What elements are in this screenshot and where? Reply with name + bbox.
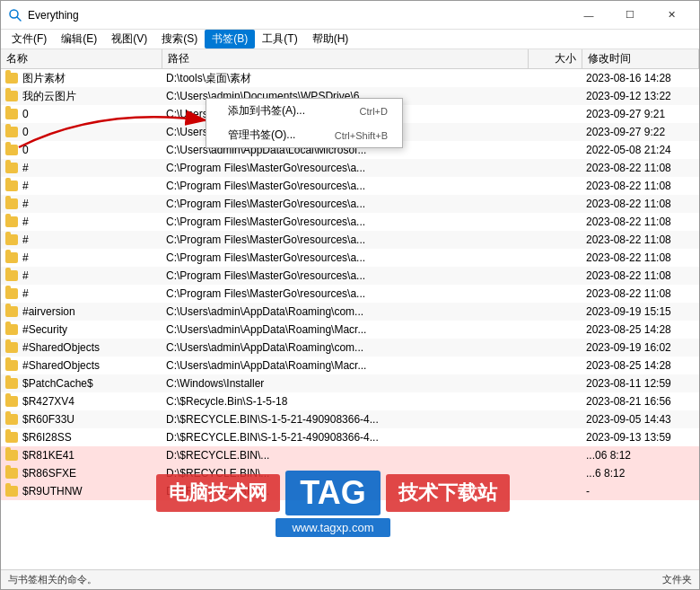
file-size-cell (529, 159, 582, 177)
file-name-cell: # (1, 195, 162, 213)
menu-bookmarks[interactable]: 书签(B) (205, 30, 255, 48)
table-row[interactable]: #C:\Program Files\MasterGo\resources\a..… (1, 249, 699, 267)
folder-icon (4, 466, 19, 480)
file-name-cell: # (1, 213, 162, 231)
table-row[interactable]: #C:\Program Files\MasterGo\resources\a..… (1, 267, 699, 285)
file-date-cell: 2023-08-22 11:08 (582, 267, 699, 285)
col-header-date[interactable]: 修改时间 (582, 49, 699, 68)
file-name-cell: # (1, 231, 162, 249)
file-date-cell: 2023-08-22 11:08 (582, 231, 699, 249)
maximize-button[interactable]: ☐ (609, 1, 651, 30)
table-row[interactable]: $PatchCache$C:\Windows\Installer2023-08-… (1, 374, 699, 392)
folder-icon (4, 286, 19, 301)
file-date-cell: 2023-09-27 9:22 (582, 123, 699, 141)
file-name-cell: 我的云图片 (1, 87, 162, 105)
folder-icon (4, 412, 19, 427)
menu-bar: 文件(F) 编辑(E) 视图(V) 搜索(S) 书签(B) 工具(T) 帮助(H… (1, 30, 699, 49)
file-name-cell: #Security (1, 321, 162, 339)
file-date-cell: ...6 8:12 (582, 464, 699, 482)
file-date-cell: 2023-08-21 16:56 (582, 392, 699, 410)
folder-icon (4, 430, 19, 445)
file-date-cell: 2023-09-19 16:02 (582, 339, 699, 357)
file-name-cell: #SharedObjects (1, 357, 162, 374)
file-date-cell: 2023-08-16 14:28 (582, 69, 699, 87)
status-right: 文件夹 (662, 573, 692, 586)
table-row[interactable]: $R427XV4C:\$Recycle.Bin\S-1-5-182023-08-… (1, 392, 699, 410)
menu-tools[interactable]: 工具(T) (255, 30, 304, 48)
file-date-cell: 2023-08-22 11:08 (582, 159, 699, 177)
table-row[interactable]: #airversionC:\Users\admin\AppData\Roamin… (1, 303, 699, 321)
table-row[interactable]: #C:\Program Files\MasterGo\resources\a..… (1, 285, 699, 303)
file-date-cell: ...06 8:12 (582, 446, 699, 464)
table-row[interactable]: #C:\Program Files\MasterGo\resources\a..… (1, 213, 699, 231)
table-row[interactable]: $R86SFXED:\$RECYCLE.BIN\......6 8:12 (1, 464, 699, 482)
file-name-cell: #airversion (1, 303, 162, 321)
file-size-cell (529, 195, 582, 213)
close-button[interactable]: ✕ (651, 1, 692, 30)
file-path-cell: C:\Users\admin\AppData\Roaming\Macr... (162, 357, 529, 374)
file-path-cell: C:\$Recycle.Bin\S-1-5-18 (162, 392, 529, 410)
folder-icon (4, 358, 19, 373)
table-row[interactable]: $R60F33UD:\$RECYCLE.BIN\S-1-5-21-4909083… (1, 410, 699, 428)
title-bar: Everything — ☐ ✕ (1, 1, 699, 30)
file-date-cell: 2023-09-13 13:59 (582, 428, 699, 446)
folder-icon (4, 89, 19, 103)
table-row[interactable]: #C:\Program Files\MasterGo\resources\a..… (1, 159, 699, 177)
folder-icon (4, 197, 19, 211)
file-size-cell (529, 374, 582, 392)
table-row[interactable]: #C:\Program Files\MasterGo\resources\a..… (1, 195, 699, 213)
file-date-cell: 2023-08-22 11:08 (582, 249, 699, 267)
file-name-cell: 0 (1, 123, 162, 141)
col-header-size[interactable]: 大小 (529, 49, 582, 68)
table-row[interactable]: #SecurityC:\Users\admin\AppData\Roaming\… (1, 321, 699, 339)
file-name-cell: $R60F33U (1, 410, 162, 428)
menu-file[interactable]: 文件(F) (4, 30, 54, 48)
table-row[interactable]: #C:\Program Files\MasterGo\resources\a..… (1, 231, 699, 249)
menu-edit[interactable]: 编辑(E) (54, 30, 104, 48)
file-size-cell (529, 87, 582, 105)
table-row[interactable]: $R6I28SSD:\$RECYCLE.BIN\S-1-5-21-4909083… (1, 428, 699, 446)
menu-search[interactable]: 搜索(S) (154, 30, 205, 48)
file-size-cell (529, 141, 582, 159)
file-date-cell: 2022-05-08 21:24 (582, 141, 699, 159)
menu-help[interactable]: 帮助(H) (305, 30, 356, 48)
status-bar: 与书签相关的命令。 文件夹 (1, 569, 699, 589)
file-size-cell (529, 321, 582, 339)
file-name-cell: 图片素材 (1, 69, 162, 87)
folder-icon (4, 304, 19, 319)
file-path-cell: D:\$RECYCLE.BIN\... (162, 464, 529, 482)
window-title: Everything (28, 9, 568, 22)
file-size-cell (529, 177, 582, 195)
table-row[interactable]: $R81KE41D:\$RECYCLE.BIN\......06 8:12 (1, 446, 699, 464)
file-path-cell: C:\Program Files\MasterGo\resources\a... (162, 159, 529, 177)
file-name-cell: $R81KE41 (1, 446, 162, 464)
table-row[interactable]: $R9UTHNWD:\$RECYCLE.BIN\...- (1, 482, 699, 500)
file-size-cell (529, 357, 582, 374)
col-header-path[interactable]: 路径 (162, 49, 529, 68)
folder-icon (4, 143, 19, 157)
dropdown-manage-bookmarks[interactable]: 管理书签(O)... Ctrl+Shift+B (206, 123, 402, 147)
bookmarks-dropdown: 添加到书签(A)... Ctrl+D 管理书签(O)... Ctrl+Shift… (206, 98, 403, 148)
file-date-cell: 2023-08-22 11:08 (582, 195, 699, 213)
folder-icon (4, 448, 19, 462)
folder-icon (4, 233, 19, 247)
file-name-cell: # (1, 267, 162, 285)
table-row[interactable]: #C:\Program Files\MasterGo\resources\a..… (1, 177, 699, 195)
minimize-button[interactable]: — (568, 1, 609, 30)
table-row[interactable]: #SharedObjectsC:\Users\admin\AppData\Roa… (1, 339, 699, 357)
file-path-cell: C:\Program Files\MasterGo\resources\a... (162, 231, 529, 249)
file-size-cell (529, 105, 582, 123)
table-row[interactable]: #SharedObjectsC:\Users\admin\AppData\Roa… (1, 357, 699, 374)
table-row[interactable]: 图片素材D:\tools\桌面\素材2023-08-16 14:28 (1, 69, 699, 87)
file-name-cell: # (1, 159, 162, 177)
col-header-name[interactable]: 名称 (1, 49, 162, 68)
file-size-cell (529, 446, 582, 464)
file-size-cell (529, 213, 582, 231)
dropdown-add-bookmark[interactable]: 添加到书签(A)... Ctrl+D (206, 99, 402, 123)
file-size-cell (529, 249, 582, 267)
file-date-cell: 2023-08-22 11:08 (582, 177, 699, 195)
file-size-cell (529, 285, 582, 303)
file-size-cell (529, 123, 582, 141)
file-name-cell: $R86SFXE (1, 464, 162, 482)
menu-view[interactable]: 视图(V) (104, 30, 154, 48)
